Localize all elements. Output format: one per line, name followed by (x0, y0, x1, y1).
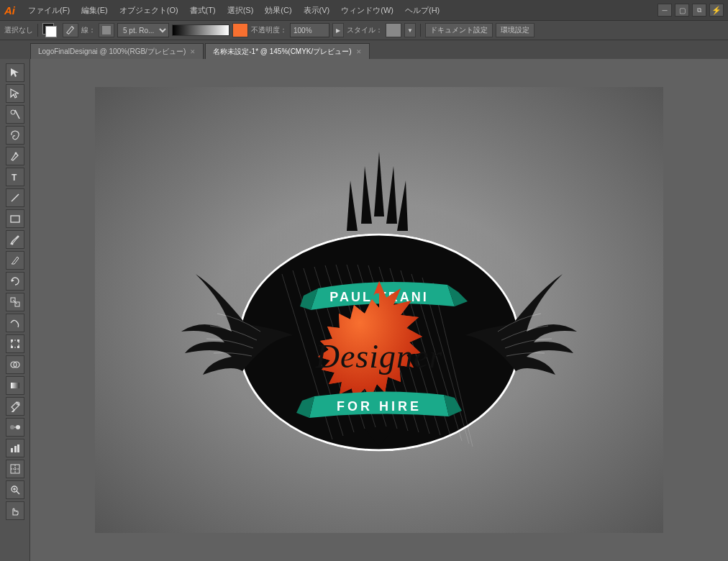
svg-marker-1 (11, 89, 19, 98)
style-label: スタイル： (347, 25, 383, 35)
tab-0-close[interactable]: ✕ (190, 48, 196, 55)
tab-1-close[interactable]: ✕ (356, 48, 362, 55)
ai-logo: Ai (4, 4, 15, 17)
logo-svg: PAUL TRANI (174, 130, 584, 490)
svg-point-3 (11, 110, 15, 114)
tabs-bar: LogoFinalDesignai @ 100%(RGB/プレビュー) ✕ 名称… (0, 40, 728, 59)
magic-wand-tool[interactable] (6, 105, 24, 124)
svg-rect-28 (14, 446, 17, 452)
svg-line-2 (15, 110, 19, 119)
stroke-weight-dropdown[interactable]: 5 pt. Ro... (117, 23, 169, 37)
graph-tool[interactable] (6, 439, 24, 457)
svg-rect-21 (11, 383, 19, 388)
env-setup-btn[interactable]: 環境設定 (496, 23, 534, 37)
arrange-btn[interactable]: ⧉ (692, 4, 706, 17)
svg-marker-0 (11, 68, 19, 77)
svg-point-8 (11, 243, 13, 245)
style-swatch[interactable] (386, 23, 401, 37)
style-arrow[interactable]: ▼ (404, 23, 416, 37)
free-transform-tool[interactable] (6, 334, 24, 353)
menu-edit[interactable]: 編集(E) (76, 3, 114, 18)
lasso-tool[interactable] (6, 126, 24, 145)
stroke-label: 線： (81, 25, 96, 35)
svg-text:T: T (12, 173, 17, 183)
menu-type[interactable]: 書式(T) (184, 3, 222, 18)
logo-artwork: PAUL TRANI (174, 130, 584, 490)
opacity-input[interactable] (290, 23, 329, 37)
bluetooth-btn[interactable]: ⚡ (709, 4, 724, 17)
selection-tool[interactable] (6, 63, 24, 82)
tab-1[interactable]: 名称未設定-1* @ 145%(CMYK/プレビュー) ✕ (205, 43, 369, 59)
toolbar: 選択なし 線： 5 pt. Ro... 不透明度： ▶ スタイル： ▼ ドキュメ… (0, 20, 728, 40)
eyedropper-tool[interactable] (6, 397, 24, 416)
svg-rect-15 (11, 339, 13, 342)
fill-color-swatch[interactable] (42, 23, 60, 37)
menu-view[interactable]: 表示(V) (298, 3, 336, 18)
svg-rect-29 (17, 444, 19, 452)
menu-help[interactable]: ヘルプ(H) (399, 3, 445, 18)
svg-marker-56 (374, 152, 384, 216)
slice-tool[interactable] (6, 460, 24, 478)
warp-tool[interactable] (6, 314, 24, 332)
svg-rect-17 (11, 346, 13, 348)
svg-line-6 (12, 194, 19, 201)
direct-selection-tool[interactable] (6, 84, 24, 103)
svg-point-4 (14, 152, 17, 155)
rotate-tool[interactable] (6, 272, 24, 291)
svg-point-25 (16, 425, 20, 429)
type-tool[interactable]: T (6, 168, 24, 186)
svg-point-24 (10, 425, 14, 429)
svg-rect-7 (11, 216, 19, 222)
color-swatch-orange[interactable] (232, 23, 248, 37)
svg-line-34 (17, 491, 19, 494)
brush-tool-btn[interactable] (63, 23, 78, 37)
main-area: T (0, 59, 728, 561)
rectangle-tool[interactable] (6, 209, 24, 228)
doc-setup-btn[interactable]: ドキュメント設定 (425, 23, 493, 37)
tab-1-label: 名称未設定-1* @ 145%(CMYK/プレビュー) (213, 47, 351, 57)
menu-file[interactable]: ファイル(F) (22, 3, 76, 18)
menu-select[interactable]: 選択(S) (222, 3, 260, 18)
menu-object[interactable]: オブジェクト(O) (114, 3, 184, 18)
gradient-bar[interactable] (172, 24, 229, 36)
toolbar-sep-2 (420, 24, 421, 37)
stroke-color-swatch[interactable] (99, 23, 114, 37)
toolbar-sep-1 (37, 24, 38, 37)
svg-text:Designer: Designer (315, 338, 443, 375)
restore-btn[interactable]: ▢ (675, 4, 689, 17)
canvas-area[interactable]: PAUL TRANI (30, 59, 728, 561)
pencil-tool[interactable] (6, 251, 24, 270)
svg-marker-10 (12, 279, 14, 282)
toolbox: T (0, 59, 30, 561)
opacity-arrow[interactable]: ▶ (332, 23, 344, 37)
svg-text:FOR HIRE: FOR HIRE (337, 399, 422, 414)
artboard: PAUL TRANI (95, 87, 663, 533)
opacity-label: 不透明度： (251, 25, 287, 35)
svg-rect-27 (11, 448, 13, 452)
svg-marker-59 (386, 166, 397, 224)
minimize-btn[interactable]: ─ (658, 4, 672, 17)
gradient-tool[interactable] (6, 376, 24, 395)
zoom-tool[interactable] (6, 480, 24, 499)
svg-rect-16 (17, 339, 19, 342)
menu-effect[interactable]: 効果(C) (259, 3, 297, 18)
scale-tool[interactable] (6, 293, 24, 311)
blend-tool[interactable] (6, 418, 24, 437)
line-tool[interactable] (6, 188, 24, 207)
menu-window[interactable]: ウィンドウ(W) (335, 3, 399, 18)
hand-tool[interactable] (6, 501, 24, 520)
paintbrush-tool[interactable] (6, 230, 24, 249)
tab-0[interactable]: LogoFinalDesignai @ 100%(RGB/プレビュー) ✕ (30, 43, 204, 59)
shape-builder-tool[interactable] (6, 355, 24, 374)
svg-line-22 (12, 410, 14, 412)
pen-tool[interactable] (6, 147, 24, 165)
menu-bar: Ai ファイル(F) 編集(E) オブジェクト(O) 書式(T) 選択(S) 効… (0, 0, 728, 20)
selection-label: 選択なし (4, 25, 33, 35)
tab-0-label: LogoFinalDesignai @ 100%(RGB/プレビュー) (38, 47, 186, 57)
svg-rect-18 (17, 346, 19, 348)
svg-marker-57 (361, 166, 372, 224)
